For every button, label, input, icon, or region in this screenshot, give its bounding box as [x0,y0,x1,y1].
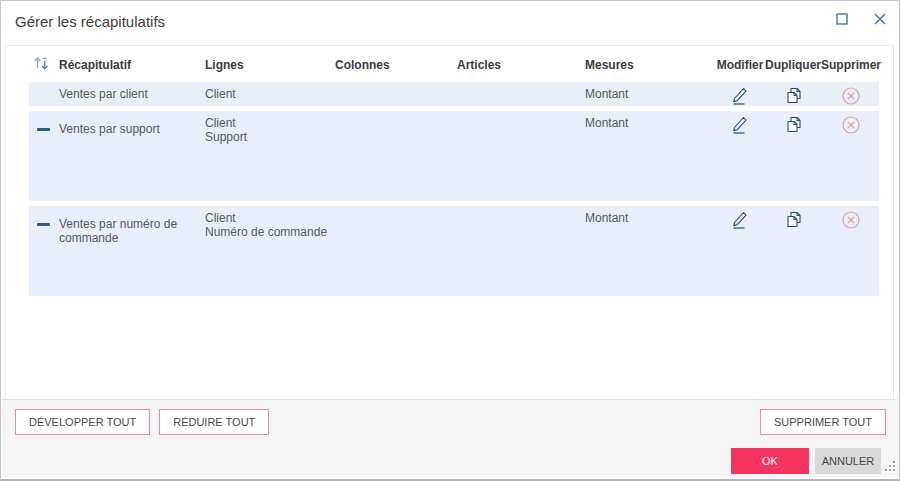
table-body: Ventes par client Client Montant [29,82,879,296]
summaries-panel: Récapitulatif Lignes Colonnes Articles M… [5,45,894,399]
ligne-value: Client [205,116,335,130]
manage-summaries-dialog: Gérer les récapitulatifs [0,0,900,481]
delete-button[interactable] [839,209,863,233]
expander-cell [29,206,57,226]
ligne-value: Numéro de commande [205,225,335,239]
collapse-icon[interactable] [37,128,50,131]
header-mesures: Mesures [585,58,715,72]
colonnes-cell [335,82,457,87]
copy-icon [783,85,804,109]
pencil-icon [730,114,751,138]
supprimer-cell [821,206,881,233]
titlebar: Gérer les récapitulatifs [1,1,899,41]
maximize-icon [835,12,849,29]
cancel-button[interactable]: ANNULER [815,448,881,474]
copy-icon [783,209,804,233]
modifier-cell [715,82,765,109]
expand-all-button[interactable]: DÉVELOPPER TOUT [15,409,150,435]
maximize-button[interactable] [829,7,855,33]
articles-cell [457,111,585,116]
window-controls [829,7,893,33]
mesures-cell: Montant [585,206,715,225]
lignes-cell: ClientNuméro de commande [205,206,335,239]
footer-toolbar: DÉVELOPPER TOUT RÉDUIRE TOUT SUPPRIMER T… [15,409,886,435]
pencil-icon [730,209,751,233]
circle-x-icon [841,210,861,233]
summary-name: Ventes par support [57,111,205,136]
edit-button[interactable] [728,85,752,109]
modifier-cell [715,206,765,233]
colonnes-cell [335,111,457,116]
header-recapitulatif: Récapitulatif [57,58,205,72]
dupliquer-cell [765,206,821,233]
dupliquer-cell [765,82,821,109]
supprimer-cell [821,111,881,138]
articles-cell [457,206,585,211]
collapse-all-button[interactable]: RÉDUIRE TOUT [159,409,269,435]
header-modifier: Modifier [715,58,765,72]
circle-x-icon [841,115,861,138]
circle-x-icon [841,86,861,109]
expander-cell [29,111,57,131]
modifier-cell [715,111,765,138]
header-lignes: Lignes [205,58,335,72]
close-button[interactable] [867,7,893,33]
delete-button[interactable] [839,85,863,109]
resize-grip[interactable] [885,458,896,476]
mesures-cell: Montant [585,82,715,101]
table-row[interactable]: Ventes par support ClientSupport Montant [29,111,879,201]
duplicate-button[interactable] [781,209,805,233]
footer: DÉVELOPPER TOUT RÉDUIRE TOUT SUPPRIMER T… [2,399,898,477]
colonnes-cell [335,206,457,211]
lignes-cell: ClientSupport [205,111,335,144]
ok-button[interactable]: OK [731,448,809,474]
collapse-icon[interactable] [37,223,50,226]
lignes-cell: Client [205,82,335,101]
header-dupliquer: Dupliquer [765,58,821,72]
mesure-value: Montant [585,116,715,130]
summary-name: Ventes par client [57,82,205,101]
mesure-value: Montant [585,87,715,101]
footer-actions: OK ANNULER [15,448,886,474]
ligne-value: Client [205,211,335,225]
header-colonnes: Colonnes [335,58,457,72]
supprimer-cell [821,82,881,109]
header-articles: Articles [457,58,585,72]
sort-toggle[interactable] [29,54,57,75]
sort-arrows-icon [33,54,50,75]
copy-icon [783,114,804,138]
delete-all-button[interactable]: SUPPRIMER TOUT [760,409,886,435]
duplicate-button[interactable] [781,85,805,109]
ligne-value: Client [205,87,335,101]
summary-name: Ventes par numéro de commande [57,206,205,245]
duplicate-button[interactable] [781,114,805,138]
mesures-cell: Montant [585,111,715,130]
mesure-value: Montant [585,211,715,225]
articles-cell [457,82,585,87]
edit-button[interactable] [728,114,752,138]
edit-button[interactable] [728,209,752,233]
dupliquer-cell [765,111,821,138]
ligne-value: Support [205,130,335,144]
header-supprimer: Supprimer [821,58,881,72]
table-row[interactable]: Ventes par numéro de commande ClientNumé… [29,206,879,296]
close-icon [873,12,887,29]
table-header-row: Récapitulatif Lignes Colonnes Articles M… [29,49,879,80]
dialog-title: Gérer les récapitulatifs [1,13,165,30]
expand-collapse-group: DÉVELOPPER TOUT RÉDUIRE TOUT [15,409,269,435]
delete-button[interactable] [839,114,863,138]
pencil-icon [730,85,751,109]
table-row[interactable]: Ventes par client Client Montant [29,82,879,106]
